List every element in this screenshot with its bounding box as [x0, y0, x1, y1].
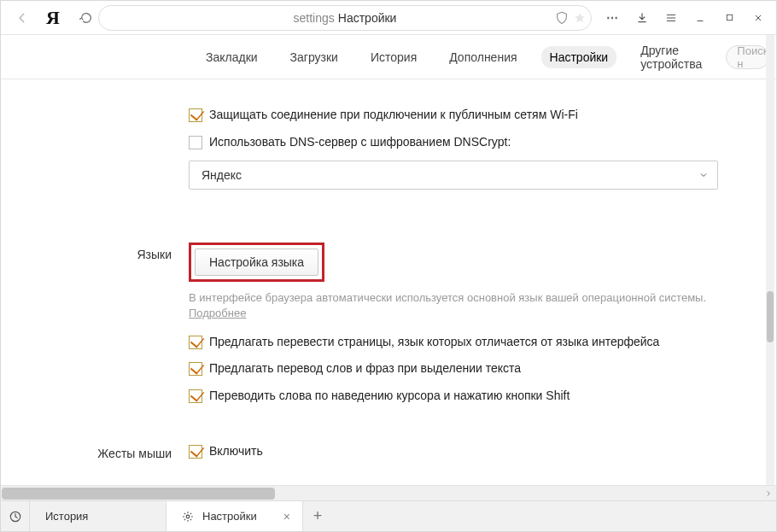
mouse-gestures-section: Жесты мыши Включить [1, 440, 725, 471]
checkbox-label: Предлагать перевод слов и фраз при выдел… [209, 360, 521, 377]
checkbox-label: Предлагать перевести страницы, язык кото… [209, 334, 659, 351]
security-section-tail: Защищать соединение при подключении к пу… [1, 102, 725, 210]
chevron-down-icon [698, 170, 709, 180]
window-minimize-button[interactable] [687, 5, 713, 31]
vertical-scrollbar[interactable] [766, 35, 774, 485]
checkbox-icon[interactable] [189, 362, 202, 376]
browser-tab-history[interactable]: История [30, 501, 166, 531]
language-hint-more-link[interactable]: Подробнее [189, 307, 246, 319]
checkbox-icon[interactable] [189, 389, 202, 403]
protect-shield-icon[interactable] [555, 11, 569, 25]
tab-extensions[interactable]: Дополнения [441, 46, 525, 68]
window-close-button[interactable] [745, 5, 771, 31]
checkbox-row-protect-wifi[interactable]: Защищать соединение при подключении к пу… [189, 107, 725, 124]
tab-title: История [45, 510, 88, 523]
browser-tab-settings[interactable]: Настройки × [166, 501, 303, 531]
checkbox-label: Переводить слова по наведению курсора и … [209, 388, 570, 405]
checkbox-icon[interactable] [189, 108, 202, 122]
more-menu-button[interactable]: ⋯ [600, 5, 626, 31]
tab-title: Настройки [202, 510, 257, 523]
bookmark-star-icon[interactable] [574, 12, 586, 24]
recent-tabs-button[interactable] [1, 501, 30, 531]
checkbox-label: Защищать соединение при подключении к пу… [209, 107, 578, 124]
vertical-scrollbar-thumb[interactable] [767, 291, 774, 342]
address-text-left: settings [294, 11, 335, 25]
checkbox-label: Включить [209, 443, 263, 460]
select-value: Яндекс [202, 168, 242, 182]
gear-icon [182, 511, 194, 523]
hscroll-right-arrow-icon[interactable] [761, 486, 776, 501]
checkbox-row-translate-pages[interactable]: Предлагать перевести страницы, язык кото… [189, 334, 725, 351]
checkbox-icon[interactable] [189, 136, 202, 149]
checkbox-label: Использовать DNS-сервер с шифрованием DN… [209, 134, 511, 151]
window-maximize-button[interactable] [716, 5, 742, 31]
tab-bookmarks[interactable]: Закладки [197, 46, 266, 68]
tab-downloads[interactable]: Загрузки [282, 46, 347, 68]
language-hint: В интерфейсе браузера автоматически испо… [189, 290, 710, 321]
highlight-box: Настройка языка [189, 243, 324, 282]
reload-button[interactable] [74, 6, 98, 30]
checkbox-row-enable-gestures[interactable]: Включить [189, 443, 725, 460]
address-right-icons [555, 11, 586, 25]
horizontal-scrollbar[interactable] [1, 485, 776, 500]
address-bar[interactable]: settings Настройки [98, 5, 592, 31]
checkbox-icon[interactable] [189, 336, 202, 349]
yandex-logo-icon[interactable]: Я [40, 7, 66, 29]
content-area: Защищать соединение при подключении к пу… [1, 79, 776, 485]
svg-point-2 [186, 515, 190, 518]
bottom-tab-strip: История Настройки × + [1, 500, 776, 531]
checkbox-row-dnscrypt[interactable]: Использовать DNS-сервер с шифрованием DN… [189, 134, 725, 151]
back-button[interactable] [9, 5, 35, 31]
new-tab-button[interactable]: + [303, 501, 332, 531]
nav-left: Я [1, 5, 66, 31]
checkbox-icon[interactable] [189, 445, 202, 459]
downloads-button[interactable] [629, 5, 655, 31]
tab-settings[interactable]: Настройки [541, 46, 617, 68]
settings-tab-nav: Закладки Загрузки История Дополнения Нас… [1, 35, 776, 79]
dnscrypt-select[interactable]: Яндекс [189, 161, 718, 190]
close-tab-button[interactable]: × [283, 510, 290, 523]
window-controls: ⋯ [600, 5, 776, 31]
svg-rect-0 [727, 15, 732, 20]
checkbox-row-translate-selection[interactable]: Предлагать перевод слов и фраз при выдел… [189, 360, 725, 377]
address-text-right: Настройки [338, 11, 397, 25]
tab-history[interactable]: История [362, 46, 425, 68]
configure-language-button[interactable]: Настройка языка [195, 248, 318, 276]
languages-section: Языки Настройка языка В интерфейсе брауз… [1, 241, 725, 414]
checkbox-row-translate-hover[interactable]: Переводить слова по наведению курсора и … [189, 388, 725, 405]
section-label-mouse: Жесты мыши [1, 440, 189, 460]
main-menu-button[interactable] [658, 5, 684, 31]
section-label-languages: Языки [1, 241, 189, 261]
tab-other-devices[interactable]: Другие устройства [632, 39, 710, 75]
settings-search-input[interactable]: Поиск н [726, 45, 769, 69]
horizontal-scrollbar-thumb[interactable] [2, 488, 275, 500]
address-wrap: settings Настройки [74, 5, 592, 31]
title-bar: Я settings Настройки ⋯ [1, 1, 776, 35]
